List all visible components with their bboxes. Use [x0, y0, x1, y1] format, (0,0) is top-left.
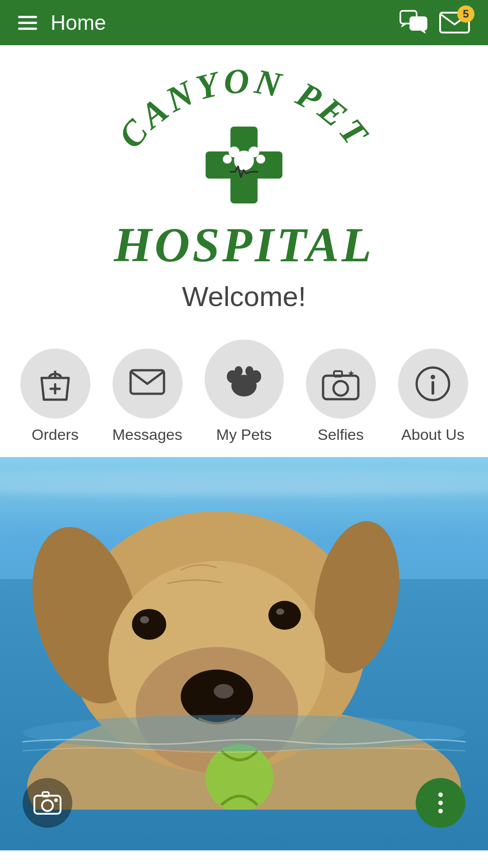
my-pets-label: My Pets — [216, 426, 272, 443]
svg-point-36 — [268, 601, 301, 630]
svg-point-34 — [132, 609, 166, 640]
svg-point-41 — [42, 800, 53, 811]
svg-rect-1 — [410, 17, 427, 30]
svg-rect-42 — [42, 792, 49, 797]
header-right: 5 — [399, 10, 470, 35]
svg-point-19 — [245, 366, 253, 376]
nav-item-my-pets[interactable]: My Pets — [205, 340, 284, 443]
orders-label: Orders — [32, 426, 79, 443]
messages-circle — [113, 349, 183, 419]
mail-button[interactable]: 5 — [439, 10, 470, 35]
dog-svg — [23, 471, 465, 810]
svg-point-18 — [235, 366, 243, 376]
svg-point-7 — [229, 146, 239, 157]
nav-item-messages[interactable]: Messages — [113, 349, 183, 443]
svg-point-8 — [249, 146, 259, 157]
nav-item-orders[interactable]: Orders — [20, 349, 90, 443]
hero-image — [0, 457, 488, 850]
logo-cross — [206, 127, 282, 203]
header-left: Home — [18, 10, 106, 35]
my-pets-circle — [205, 340, 284, 419]
logo-section: CANYON PET HOSPITAL Welcome! — [0, 45, 488, 326]
svg-point-21 — [333, 381, 348, 396]
hamburger-menu-button[interactable] — [18, 16, 37, 30]
dog-illustration — [23, 471, 465, 810]
svg-point-35 — [140, 616, 149, 623]
nav-item-selfies[interactable]: Selfies — [306, 349, 376, 443]
svg-point-43 — [54, 798, 58, 802]
about-us-circle — [398, 349, 468, 419]
svg-rect-22 — [334, 371, 342, 377]
selfies-label: Selfies — [318, 426, 364, 443]
more-options-button[interactable] — [416, 778, 465, 828]
dot-2 — [438, 801, 443, 805]
camera-button[interactable] — [23, 778, 72, 828]
messages-label: Messages — [113, 426, 183, 443]
app-header: Home 5 — [0, 0, 488, 45]
svg-point-33 — [214, 684, 234, 698]
svg-point-37 — [276, 609, 284, 615]
page-title: Home — [51, 10, 106, 35]
svg-point-39 — [23, 715, 465, 751]
svg-point-10 — [256, 155, 265, 164]
svg-point-25 — [431, 375, 435, 379]
svg-point-38 — [206, 744, 273, 810]
about-us-label: About Us — [401, 426, 465, 443]
orders-circle — [20, 349, 90, 419]
welcome-message: Welcome! — [182, 280, 306, 312]
svg-point-9 — [223, 155, 232, 164]
dot-1 — [438, 793, 443, 797]
navigation-row: Orders Messages My Pets — [0, 326, 488, 457]
chat-button[interactable] — [399, 10, 428, 35]
nav-item-about-us[interactable]: About Us — [398, 349, 468, 443]
selfies-circle — [306, 349, 376, 419]
notification-badge: 5 — [457, 5, 474, 23]
dot-3 — [438, 809, 443, 813]
